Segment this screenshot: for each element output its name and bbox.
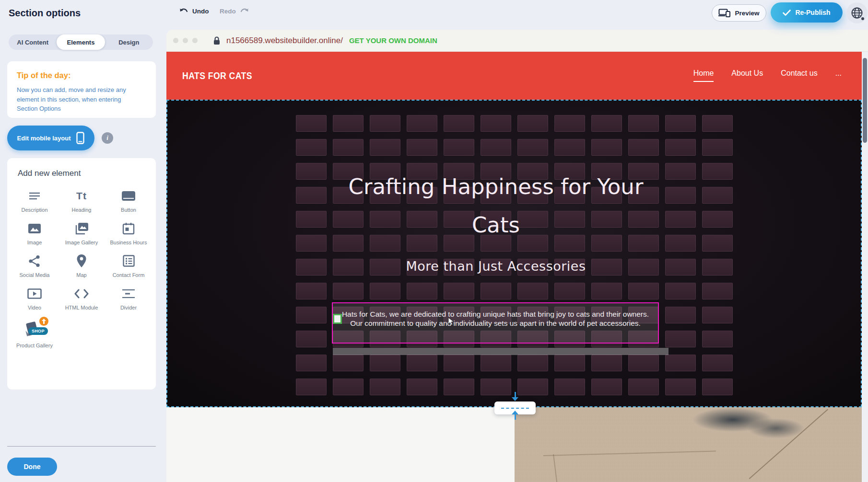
description-icon [28,189,41,203]
preview-button[interactable]: Preview [712,4,766,22]
section-resize-arrow-up [512,411,518,420]
site-preview-window: n1566589.websitebuilder.online/ GET YOUR… [166,30,868,482]
pavement-crack [543,451,716,456]
republish-button[interactable]: Re-Publish [771,2,843,23]
contact-form-icon [123,254,135,268]
hero-tile [628,139,659,156]
element-html-module[interactable]: HTML Module [60,287,103,311]
pavement-crack [553,454,558,482]
tab-ai-content[interactable]: AI Content [9,34,57,50]
element-image-gallery[interactable]: Image Gallery [60,221,103,246]
hero-tile [296,379,327,395]
business-hours-icon [122,221,135,236]
hero-tile [665,307,696,323]
hero-tile [554,115,585,132]
element-image[interactable]: Image [13,221,56,246]
nav-about-us[interactable]: About Us [731,69,763,81]
redo-button[interactable]: Redo [220,8,249,15]
done-button[interactable]: Done [7,458,57,476]
tip-body: Now you can add, move and resize any ele… [17,85,142,114]
image-gallery-icon [74,221,89,236]
element-business-hours[interactable]: Business Hours [107,221,150,246]
check-icon [783,10,791,16]
sidebar-divider [7,446,156,447]
nav-home[interactable]: Home [693,69,714,82]
hero-tile [628,283,659,299]
element-description[interactable]: Description [13,189,56,214]
hero-tile [333,139,364,156]
site-canvas: Hats for Cats Home About Us Contact us .… [166,52,862,482]
hero-tile [554,355,585,371]
element-map[interactable]: Map [60,254,103,279]
tab-elements[interactable]: Elements [57,34,105,50]
site-nav: Home About Us Contact us ... [693,69,842,82]
upgrade-arrow-badge [39,317,48,326]
add-new-element-title: Add new element [18,169,156,178]
hero-tile [665,283,696,299]
element-heading[interactable]: Tt Heading [60,189,103,214]
nav-contact-us[interactable]: Contact us [781,69,817,81]
section-options-panel: AI Content Elements Design Tip of the da… [0,27,162,482]
hero-tile [296,115,327,132]
element-drag-bar[interactable] [333,348,669,355]
panel-tabs: AI Content Elements Design [9,34,153,50]
tab-design[interactable]: Design [105,34,153,50]
hero-tile [444,139,474,156]
element-social-media[interactable]: Social Media [13,254,56,279]
hero-tile [517,355,548,371]
browser-chrome: n1566589.websitebuilder.online/ GET YOUR… [166,30,868,52]
next-section-left [166,407,515,482]
tip-of-the-day-card: Tip of the day: Now you can add, move an… [7,61,156,118]
html-module-icon [74,287,89,301]
resize-handle[interactable] [333,314,342,324]
hero-tile [333,379,364,395]
scrollbar-thumb[interactable] [863,58,867,143]
hero-tile [702,307,733,323]
element-divider[interactable]: Divider [107,287,150,311]
hero-subheading[interactable]: More than Just Accessories [167,259,862,274]
redo-label: Redo [220,8,236,15]
hero-paragraph: Hats for Cats, we are dedicated to craft… [333,303,658,328]
element-video[interactable]: Video [13,287,56,311]
republish-label: Re-Publish [795,9,830,16]
pavement-crack [749,409,828,479]
element-grid: Description Tt Heading Button Image [7,189,156,349]
hero-tile [554,139,585,156]
selected-text-element[interactable]: Hats for Cats, we are dedicated to craft… [332,302,659,344]
url-text[interactable]: n1566589.websitebuilder.online/ [226,36,343,46]
info-icon[interactable]: i [102,132,113,144]
page-title: Section options [9,8,81,19]
shop-badge: SHOP [28,327,48,335]
edit-mobile-layout-button[interactable]: Edit mobile layout [7,126,94,150]
language-globe-button[interactable] [846,2,868,23]
nav-more[interactable]: ... [835,69,842,81]
hero-tile [370,283,400,299]
globe-status-dot [861,17,864,20]
undo-icon [179,8,189,15]
section-resize-arrow-down [512,392,518,401]
site-logo[interactable]: Hats for Cats [182,70,252,81]
social-media-icon [28,254,41,268]
hero-tile [591,355,622,371]
element-button[interactable]: Button [107,189,150,214]
undo-label: Undo [192,8,209,15]
map-icon [77,254,86,268]
undo-button[interactable]: Undo [179,8,209,15]
hero-tile [517,283,548,299]
hero-tile [517,115,548,132]
get-your-own-domain-link[interactable]: GET YOUR OWN DOMAIN [349,36,437,45]
redo-icon [239,8,249,15]
dashed-line-icon [501,408,529,409]
hero-tile [591,115,622,132]
hero-section[interactable]: Crafting Happiness for Your Cats More th… [166,100,862,407]
pavement-image [515,407,862,482]
element-product-gallery[interactable]: SHOP Product Gallery [13,319,56,349]
hero-heading[interactable]: Crafting Happiness for Your Cats [167,168,862,244]
hero-tile [296,283,327,299]
hero-tile [665,379,696,395]
element-contact-form[interactable]: Contact Form [107,254,150,279]
mouse-cursor [448,317,455,326]
scrollbar-track[interactable] [862,52,868,482]
hero-tile [702,139,733,156]
hero-tile [628,115,659,132]
